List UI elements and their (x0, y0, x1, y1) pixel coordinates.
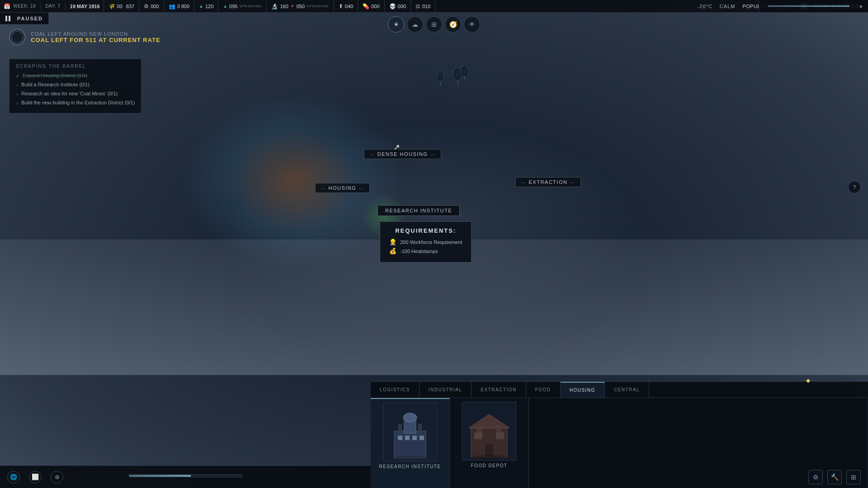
coal-circle-inner (11, 31, 24, 43)
building-img-fd (462, 402, 516, 460)
globe-icon[interactable]: 🌐 (7, 471, 20, 483)
coal-circle (9, 29, 25, 45)
crosshair-icon[interactable]: ⊕ (51, 471, 63, 483)
svg-rect-14 (496, 432, 504, 439)
quest-item-1[interactable]: ○ Build a Research Institute (0/1) (16, 81, 135, 89)
tab-logistics[interactable]: LOGISTICS (371, 382, 420, 398)
quest-radio-1: ○ (16, 82, 19, 89)
dead-icon: 💀 (389, 3, 396, 9)
center-icons: ☀ ☁ ⊞ 🧭 👁 (388, 16, 480, 33)
pause-bar-right (9, 16, 10, 21)
food-resource: 🌾 00 837 (104, 0, 140, 13)
pop-resource: 👥 3 800 (164, 0, 195, 13)
svg-point-9 (392, 456, 428, 460)
help-button[interactable]: ? (848, 181, 861, 193)
quest-radio-3: ○ (16, 100, 19, 107)
heatstamps-text: -100 Heatstamps (400, 249, 438, 254)
quest-radio-2: ○ (16, 91, 19, 98)
quest-text-0: Expand Housing District (1/1) (23, 72, 87, 79)
workers-resource: ⚙ 000 (139, 0, 164, 13)
svg-rect-5 (412, 436, 417, 440)
paused-text: PAUSED (17, 16, 43, 21)
svg-rect-0 (394, 431, 426, 458)
dense-housing-label[interactable]: DENSE HOUSING (364, 149, 441, 159)
research-icon: 🔬 (271, 3, 278, 9)
tab-extraction[interactable]: EXTRACTION (472, 382, 526, 398)
bottom-right-icons: ⚙ 🔨 ⊞ (808, 470, 861, 484)
pop-val: 3 800 (177, 4, 190, 9)
spending-label-2: SPENDING (307, 4, 329, 8)
housing-marker: ◆ (806, 377, 810, 384)
crime-val: 010 (422, 4, 430, 9)
pause-bar-left (5, 16, 7, 21)
grid-button[interactable]: ⊞ (426, 16, 442, 33)
building-img-ri (383, 403, 437, 461)
coal-val: 120 (205, 4, 213, 9)
pop-marker: ◆ (859, 4, 863, 9)
build-icon[interactable]: 🔨 (827, 470, 842, 484)
quest-check-0: ✓ (16, 73, 20, 80)
temperature: -20°C (698, 4, 712, 9)
settings-icon[interactable]: ⚙ (808, 470, 823, 484)
building-card-research-institute[interactable]: RESEARCH INSTITUTE (371, 398, 450, 488)
population-bar: ◆ (759, 0, 868, 13)
eye-button[interactable]: 👁 (464, 16, 480, 33)
sick-icon: 💊 (363, 3, 369, 9)
tab-central[interactable]: CENTRAL (605, 382, 649, 398)
crime-icon: ⚖ (415, 3, 420, 9)
dead-resource: 💀 000 (385, 0, 411, 13)
svg-rect-16 (497, 426, 500, 432)
coal-arrow-icon: ▲ (199, 4, 203, 9)
date-section: 📅 WEEK: 19 DAY: 7 19 MAY 1916 (0, 0, 104, 12)
tab-industrial[interactable]: INDUSTRIAL (420, 382, 472, 398)
workers-icon: ⚙ (144, 3, 149, 9)
research-institute-label[interactable]: RESEARCH INSTITUTE (377, 205, 460, 216)
svg-rect-8 (419, 424, 421, 433)
building-name-fd: FOOD DEPOT (471, 463, 507, 468)
steel-resource: ▲ 095 SPENDING (218, 0, 267, 13)
sun-button[interactable]: ☀ (388, 16, 404, 33)
quest-text-3: Build the new building in the Extraction… (21, 99, 135, 106)
compass-button[interactable]: 🧭 (445, 16, 461, 33)
svg-point-2 (403, 413, 417, 422)
coal-indicator: COAL LEFT AROUND NEW LONDON COAL LEFT FO… (9, 29, 160, 45)
spending-label-1: SPENDING (240, 4, 262, 8)
day-label: DAY: 7 (45, 4, 60, 9)
quest-item-2[interactable]: ○ Research an idea for new 'Coal Mines' … (16, 90, 135, 98)
bottom-panel: RESEARCH INSTITUTE FOOD DEPOT (371, 398, 868, 488)
building-card-food-depot[interactable]: FOOD DEPOT (450, 398, 529, 488)
progress-bar-fill (129, 475, 191, 477)
svg-rect-6 (420, 436, 424, 440)
heatstamps-req: 💰 -100 Heatstamps (389, 248, 462, 254)
map-icon[interactable]: ⬜ (29, 471, 42, 483)
fd-building-svg (464, 403, 514, 460)
bottom-left-bar: 🌐 ⬜ ⊕ (0, 465, 371, 488)
building-name-ri: RESEARCH INSTITUTE (379, 464, 441, 469)
coal-text-group: COAL LEFT AROUND NEW LONDON COAL LEFT FO… (31, 31, 160, 43)
quest-item-3[interactable]: ○ Build the new building in the Extracti… (16, 99, 135, 107)
grid-view-icon[interactable]: ⊞ (846, 470, 861, 484)
cloud-button[interactable]: ☁ (407, 16, 423, 33)
workforce-icon: 👷 (389, 239, 396, 245)
pop-bar-fill (768, 5, 849, 7)
svg-rect-4 (405, 436, 410, 440)
svg-rect-7 (399, 424, 401, 433)
tab-housing[interactable]: HOUSING (561, 382, 605, 398)
quest-text-2: Research an idea for new 'Coal Mines' (0… (21, 90, 118, 97)
sick-resource: 💊 000 (358, 0, 384, 13)
calendar-icon: 📅 (4, 3, 10, 9)
bottom-tabs: LOGISTICS INDUSTRIAL EXTRACTION FOOD HOU… (371, 381, 868, 398)
extraction-label[interactable]: EXTRACTION (515, 177, 581, 187)
svg-point-17 (471, 455, 507, 460)
research-up-val: 160 (280, 4, 288, 9)
svg-rect-3 (398, 436, 402, 440)
pause-icon[interactable] (5, 15, 13, 22)
housing-label[interactable]: HOUSING (315, 183, 370, 193)
workforce-req: 👷 200 Workforce Requirement (389, 239, 462, 245)
food-icon: 🌾 (108, 3, 115, 9)
requirements-box: REQUIREMENTS: 👷 200 Workforce Requiremen… (380, 221, 472, 263)
balloon-1 (437, 71, 444, 86)
progress-bar (129, 474, 242, 477)
tab-food[interactable]: FOOD (526, 382, 561, 398)
pop-icon: 👥 (169, 3, 175, 9)
